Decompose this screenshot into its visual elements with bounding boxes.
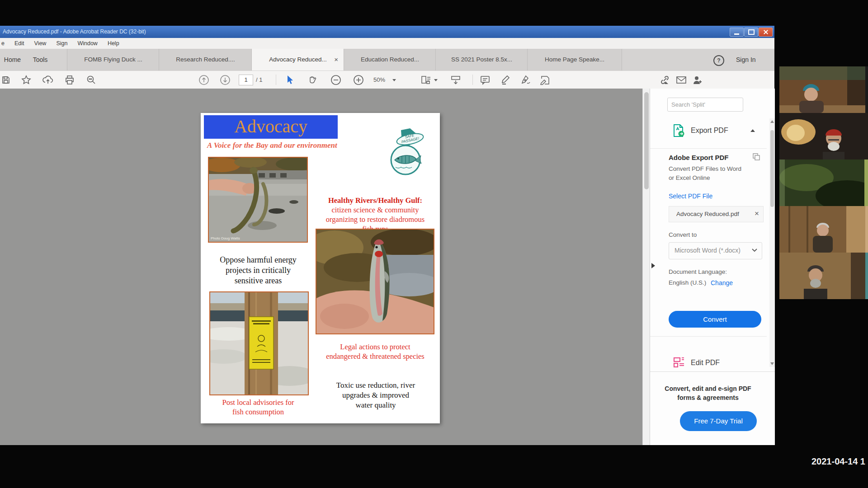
document-scrollbar[interactable] xyxy=(642,89,650,445)
format-dropdown[interactable]: Microsoft Word (*.docx) xyxy=(669,242,762,259)
panel-section-divider xyxy=(650,371,775,372)
pen-nib-icon xyxy=(521,75,531,85)
convert-button[interactable]: Convert xyxy=(669,311,761,328)
legal-line-2: endangered & threatened species xyxy=(309,352,441,361)
tab-close-icon[interactable]: × xyxy=(334,49,338,70)
reading-mode-icon xyxy=(450,75,461,85)
tab-fomb-flying-duck[interactable]: FOMB Flying Duck ... xyxy=(67,49,159,70)
selected-file-name: Advocacy Reduced.pdf xyxy=(676,211,739,217)
menu-view[interactable]: View xyxy=(29,40,52,47)
panel-scrollbar[interactable] xyxy=(769,118,775,367)
maximize-button[interactable] xyxy=(744,28,758,37)
pdf-page: Advocacy A Voice for the Bay and our env… xyxy=(201,113,440,423)
close-icon xyxy=(763,29,769,35)
tab-education-reduced[interactable]: Education Reduced... xyxy=(344,49,436,70)
fit-page-caret-icon[interactable] xyxy=(434,79,438,81)
zoom-level-value[interactable]: 50% xyxy=(373,71,385,89)
healthy-rivers-text: Healthy Rivers/Healthy Gulf: citizen sci… xyxy=(309,196,441,234)
video-strip xyxy=(779,66,868,299)
reading-mode-button[interactable] xyxy=(450,74,461,85)
menu-edit[interactable]: Edit xyxy=(9,40,29,47)
legal-text: Legal actions to protect endangered & th… xyxy=(309,342,441,361)
participant-video-2[interactable] xyxy=(779,113,868,160)
toxic-line-3: water quality xyxy=(315,400,437,410)
comment-button[interactable] xyxy=(479,74,491,85)
page-number-input[interactable]: 1 xyxy=(239,75,253,85)
participant-video-5[interactable] xyxy=(779,253,868,299)
scroll-up-icon[interactable] xyxy=(770,120,774,123)
eel-photo-image xyxy=(209,158,307,242)
fill-sign-button[interactable] xyxy=(539,74,551,85)
tab-home-page-speaker[interactable]: Home Page Speake... xyxy=(527,49,622,70)
chevron-up-icon[interactable] xyxy=(750,129,755,132)
trout-photo-image xyxy=(316,230,434,333)
minimize-button[interactable] xyxy=(730,28,744,37)
poster-title-banner: Advocacy xyxy=(204,115,338,139)
menu-file[interactable]: e xyxy=(0,40,9,47)
highlight-button[interactable] xyxy=(500,74,511,85)
link-icon xyxy=(660,75,670,85)
participant-video-4[interactable] xyxy=(779,206,868,253)
zoom-caret-icon[interactable] xyxy=(392,79,396,81)
adobe-export-heading: Adobe Export PDF xyxy=(669,154,729,161)
menu-window[interactable]: Window xyxy=(72,40,102,47)
copy-pages-icon[interactable] xyxy=(752,153,760,161)
maximize-icon xyxy=(748,29,755,35)
tab-ss-2021-poster[interactable]: SS 2021 Poster 8.5x... xyxy=(435,49,528,70)
remove-file-icon[interactable]: × xyxy=(755,209,759,218)
hand-tool-button[interactable] xyxy=(307,74,318,85)
participant-video-1[interactable] xyxy=(779,66,868,113)
link-share-button[interactable] xyxy=(659,74,670,85)
fit-page-button[interactable] xyxy=(420,74,432,85)
find-button[interactable] xyxy=(85,74,97,85)
acrobat-window: Advocacy Reduced.pdf - Adobe Acrobat Rea… xyxy=(0,26,774,445)
panel-collapse-icon[interactable] xyxy=(651,263,655,268)
page-total-label: / 1 xyxy=(256,71,262,89)
previous-page-button[interactable] xyxy=(198,74,209,85)
select-tool-button[interactable] xyxy=(284,74,295,85)
edit-pdf-label[interactable]: Edit PDF xyxy=(691,359,720,367)
screen: Advocacy Reduced.pdf - Adobe Acrobat Rea… xyxy=(0,0,868,488)
tab-bar: Home Tools FOMB Flying Duck ... Research… xyxy=(0,49,774,71)
advisory-sign-photo xyxy=(209,291,309,395)
tab-advocacy-reduced[interactable]: Advocacy Reduced... × xyxy=(251,49,344,70)
zoom-out-button[interactable] xyxy=(330,74,341,85)
tab-research-reduced[interactable]: Research Reduced.... xyxy=(159,49,252,70)
save-button[interactable] xyxy=(0,74,11,85)
tab-home[interactable]: Home xyxy=(0,49,25,71)
share-person-button[interactable] xyxy=(692,74,703,85)
document-scrollbar-thumb[interactable] xyxy=(644,92,649,189)
title-bar: Advocacy Reduced.pdf - Adobe Acrobat Rea… xyxy=(0,26,774,38)
menu-help[interactable]: Help xyxy=(103,40,124,47)
scroll-down-icon[interactable] xyxy=(770,362,774,365)
change-language-link[interactable]: Change xyxy=(711,279,733,286)
panel-scrollbar-thumb[interactable] xyxy=(770,130,774,207)
print-button[interactable] xyxy=(64,74,75,85)
window-title: Advocacy Reduced.pdf - Adobe Acrobat Rea… xyxy=(3,28,146,35)
tab-advocacy-label: Advocacy Reduced... xyxy=(269,56,327,63)
help-icon[interactable]: ? xyxy=(713,55,724,66)
convert-to-label: Convert to xyxy=(669,231,697,238)
sign-button[interactable] xyxy=(520,74,531,85)
search-input[interactable] xyxy=(667,98,743,112)
star-button[interactable] xyxy=(20,74,32,85)
next-page-button[interactable] xyxy=(219,74,231,85)
zoom-in-button[interactable] xyxy=(353,74,364,85)
export-pdf-label[interactable]: Export PDF xyxy=(691,127,728,135)
document-area[interactable]: Advocacy A Voice for the Bay and our env… xyxy=(0,89,642,445)
email-button[interactable] xyxy=(675,74,687,85)
tab-tools[interactable]: Tools xyxy=(26,49,54,71)
trout-photo xyxy=(316,229,434,334)
menu-sign[interactable]: Sign xyxy=(51,40,72,47)
close-button[interactable] xyxy=(759,28,773,37)
export-description-line2: or Excel Online xyxy=(669,174,710,181)
post-line-2: fish consumption xyxy=(208,407,308,417)
participant-video-3[interactable] xyxy=(779,160,868,206)
toolbar-separator xyxy=(472,75,473,85)
oppose-line-2: projects in critically xyxy=(206,265,310,276)
eel-photo: Photo Doug Watts xyxy=(208,157,308,243)
share-button[interactable] xyxy=(42,74,53,85)
free-trial-button[interactable]: Free 7-Day Trial xyxy=(680,411,757,431)
select-pdf-file-link[interactable]: Select PDF File xyxy=(669,192,712,200)
sign-in-button[interactable]: Sign In xyxy=(736,49,756,71)
